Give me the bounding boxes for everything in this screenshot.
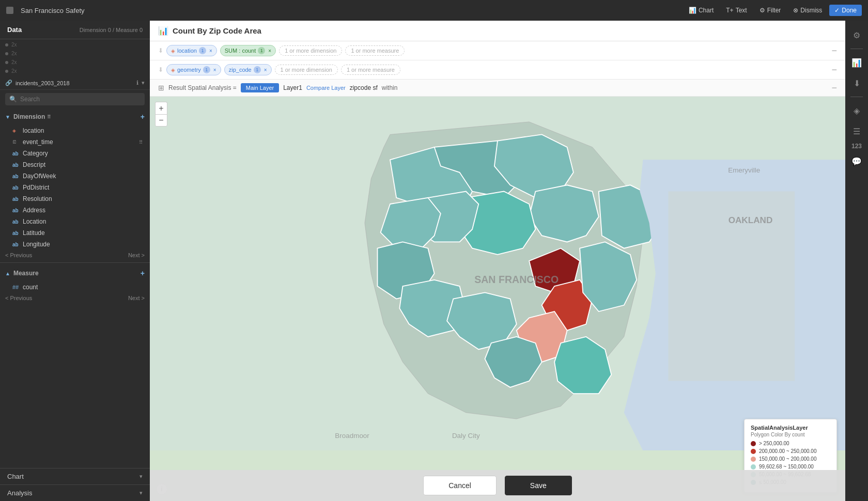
analysis-section[interactable]: Analysis ▾ [0, 484, 150, 501]
dayofweek-ab-icon: ab [12, 174, 20, 179]
legend-label-2: 200,000.00 ~ 250,000.00 [759, 448, 817, 454]
cancel-button[interactable]: Cancel [423, 476, 497, 495]
settings-icon-btn[interactable]: ⚙ [847, 26, 866, 44]
field-dayofweek[interactable]: ab DayOfWeek [0, 170, 150, 182]
legend-item-2: 200,000.00 ~ 250,000.00 [751, 448, 830, 454]
category-ab-icon: ab [12, 151, 20, 156]
row1-remove-button[interactable]: − [831, 46, 837, 55]
dim-next-button[interactable]: Next > [128, 252, 145, 258]
field-category[interactable]: ab Category [0, 148, 150, 159]
row1-count-pill[interactable]: SUM : count 1 × [220, 45, 276, 56]
row1-meas-placeholder[interactable]: 1 or more measure [345, 45, 405, 56]
field-count[interactable]: ## count [0, 281, 150, 293]
row2-drag-handle[interactable]: ⬇ [158, 66, 163, 73]
measure-fields: ## count [0, 281, 150, 293]
layers-icon-btn[interactable]: ◈ [847, 101, 866, 120]
comment-icon-btn[interactable]: 💬 [847, 152, 866, 170]
download-icon-btn[interactable]: ⬇ [847, 74, 866, 92]
drag-dots-icon: ⠿ [47, 114, 51, 120]
save-button[interactable]: Save [505, 476, 572, 495]
tab-data[interactable]: Data [7, 26, 22, 34]
legend-dot-2 [751, 449, 756, 454]
done-button[interactable]: ✓ Done [829, 5, 862, 16]
dimension-section-header[interactable]: ▼ Dimension ⠿ + [0, 108, 150, 125]
spatial-main-layer-button[interactable]: Main Layer [241, 83, 279, 92]
dataset-row[interactable]: 🔗 incidents_2003_2018 ℹ ▾ [0, 76, 150, 90]
row1-drag-handle[interactable]: ⬇ [158, 47, 163, 54]
text-icon: T+ [726, 7, 733, 14]
filter-button[interactable]: ⚙ Filter [754, 5, 786, 16]
field-pddistrict-label: PdDistrict [23, 184, 49, 191]
address-ab-icon: ab [12, 208, 20, 213]
dimension-pagination: < Previous Next > [0, 250, 150, 260]
list-icon-btn[interactable]: ☰ [847, 122, 866, 140]
descript-ab-icon: ab [12, 162, 20, 168]
field-location2[interactable]: ab Location [0, 216, 150, 227]
field-longitude[interactable]: ab Longitude [0, 239, 150, 250]
spatial-analysis-row: ⊞ Result Spatial Analysis = Main Layer L… [150, 80, 845, 97]
row2-zipcode-num: 1 [254, 66, 261, 73]
bar-chart-icon-btn[interactable]: 📊 [847, 53, 866, 72]
row1-location-remove[interactable]: × [209, 48, 212, 54]
row1-location-label: location [177, 48, 197, 54]
latitude-ab-icon: ab [12, 230, 20, 236]
chart-section[interactable]: Chart ▾ [0, 468, 150, 484]
field-address[interactable]: ab Address [0, 205, 150, 216]
chart-button[interactable]: 📊 Chart [684, 5, 719, 16]
measure-section-header[interactable]: ▲ Measure + [0, 265, 150, 281]
field-event-time[interactable]: 🗓 event_time ⠿ [0, 136, 150, 148]
event-time-cal-icon: 🗓 [12, 139, 20, 145]
field-location[interactable]: ◈ location [0, 125, 150, 136]
text-button[interactable]: T+ Text [721, 5, 752, 16]
dim-prev-button[interactable]: < Previous [5, 252, 32, 258]
meas-prev-button[interactable]: < Previous [5, 295, 32, 301]
row2-meas-placeholder[interactable]: 1 or more measure [341, 65, 400, 75]
action-bar: Cancel Save [150, 470, 845, 501]
row2-remove-button[interactable]: − [831, 65, 837, 74]
row2-zipcode-label: zip_code [229, 67, 252, 73]
modal-chart-icon: 📊 [158, 26, 168, 36]
row1-count-remove[interactable]: × [268, 48, 271, 54]
row1-location-pill[interactable]: ◈ location 1 × [166, 45, 217, 56]
field-latitude[interactable]: ab Latitude [0, 227, 150, 239]
row1-count-num: 1 [258, 47, 265, 54]
spatial-remove-button[interactable]: − [831, 83, 837, 92]
incident-row-4: 2x [0, 67, 150, 75]
search-box[interactable]: 🔍 [5, 93, 145, 105]
legend-dot-4 [751, 464, 756, 469]
zoom-out-button[interactable]: − [155, 114, 167, 127]
field-descript[interactable]: ab Descript [0, 159, 150, 170]
field-category-label: Category [23, 150, 48, 157]
incident-row-3: 2x [0, 58, 150, 67]
incident-row-2: 2x [0, 49, 150, 58]
row2-geometry-remove[interactable]: × [213, 67, 216, 73]
search-input[interactable] [20, 96, 141, 103]
drag-handle-icon: ⠿ [139, 139, 143, 145]
dismiss-button[interactable]: ⊗ Dismiss [788, 5, 827, 16]
spatial-compare-layer-button[interactable]: Compare Layer [306, 85, 346, 91]
dataset-dropdown-icon[interactable]: ▾ [142, 80, 145, 86]
legend-label-3: 150,000.00 ~ 200,000.00 [759, 456, 817, 462]
top-bar-actions: 📊 Chart T+ Text ⚙ Filter ⊗ Dismiss ✓ Don… [684, 5, 862, 16]
meas-next-button[interactable]: Next > [128, 295, 145, 301]
row1-dim-placeholder[interactable]: 1 or more dimension [279, 45, 342, 56]
row2-geometry-pill[interactable]: ◈ geometry 1 × [166, 64, 221, 75]
row2-zipcode-remove[interactable]: × [264, 67, 267, 73]
measure-arrow-icon: ▲ [5, 271, 10, 276]
svg-text:SAN FRANCISCO: SAN FRANCISCO [474, 274, 559, 285]
map-area[interactable]: SAN FRANCISCO OAKLAND Emeryville Daly Ci… [150, 97, 845, 501]
zoom-in-button[interactable]: + [155, 102, 167, 114]
field-resolution-label: Resolution [23, 195, 52, 202]
field-resolution[interactable]: ab Resolution [0, 193, 150, 205]
row2-zipcode-pill[interactable]: zip_code 1 × [224, 64, 272, 75]
row-builder-2: ⬇ ◈ geometry 1 × zip_code 1 × 1 or more … [150, 60, 845, 80]
spatial-result-label: Result Spatial Analysis = [168, 84, 237, 91]
row2-dim-placeholder[interactable]: 1 or more dimension [275, 65, 338, 75]
modal-panel: 📊 Count By Zip Code Area ⬇ ◈ location 1 … [150, 21, 845, 501]
add-dimension-button[interactable]: + [141, 113, 145, 121]
add-measure-button[interactable]: + [141, 269, 145, 277]
modal-header: 📊 Count By Zip Code Area [150, 21, 845, 41]
dataset-info-icon: ℹ [136, 80, 138, 86]
field-pddistrict[interactable]: ab PdDistrict [0, 182, 150, 193]
count-hash-icon: ## [12, 284, 20, 290]
